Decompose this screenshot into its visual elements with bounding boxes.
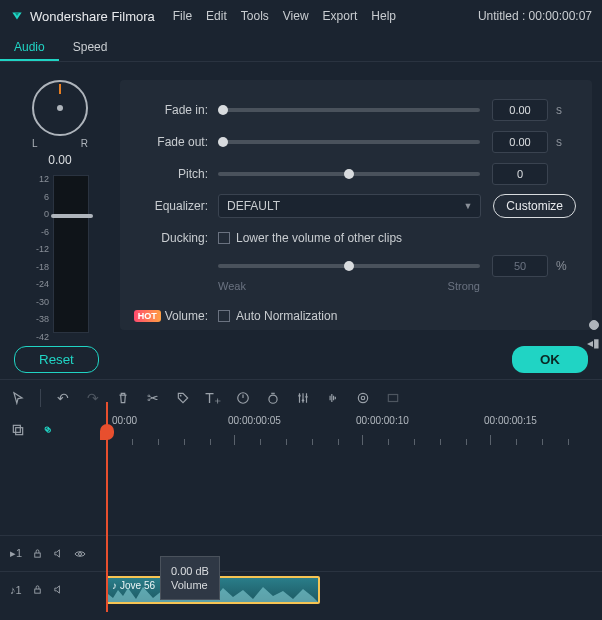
- equalizer-select[interactable]: DEFAULT ▼: [218, 194, 481, 218]
- speed-icon[interactable]: [235, 390, 251, 406]
- ok-button[interactable]: OK: [512, 346, 588, 373]
- ducking-weak-label: Weak: [218, 280, 246, 292]
- lock-icon[interactable]: [32, 584, 43, 595]
- volume-label: Volume:: [165, 309, 208, 323]
- meter-ticks: 1260-6-12-18-24-30-38-42: [31, 175, 49, 342]
- app-logo: [10, 9, 24, 23]
- pitch-label: Pitch:: [136, 167, 208, 181]
- svg-point-6: [358, 393, 367, 402]
- menu-tools[interactable]: Tools: [241, 9, 269, 23]
- fade-out-unit: s: [556, 135, 576, 149]
- chevron-down-icon: ▼: [463, 201, 472, 211]
- svg-rect-9: [13, 425, 20, 432]
- fade-out-slider[interactable]: [218, 140, 480, 144]
- tab-audio[interactable]: Audio: [0, 32, 59, 61]
- fade-in-label: Fade in:: [136, 103, 208, 117]
- app-name: Wondershare Filmora: [30, 9, 155, 24]
- svg-point-5: [305, 395, 307, 397]
- menu-view[interactable]: View: [283, 9, 309, 23]
- menu-edit[interactable]: Edit: [206, 9, 227, 23]
- equalizer-value: DEFAULT: [227, 199, 280, 213]
- svg-point-2: [269, 395, 277, 403]
- menu-file[interactable]: File: [173, 9, 192, 23]
- pitch-slider[interactable]: [218, 172, 480, 176]
- fade-out-label: Fade out:: [136, 135, 208, 149]
- reset-button[interactable]: Reset: [14, 346, 99, 373]
- fade-in-value[interactable]: 0.00: [492, 99, 548, 121]
- ducking-strong-label: Strong: [448, 280, 480, 292]
- effects-icon[interactable]: [355, 390, 371, 406]
- playhead[interactable]: [106, 402, 108, 612]
- adjust-icon[interactable]: [295, 390, 311, 406]
- text-icon[interactable]: T₊: [205, 390, 221, 406]
- tooltip-label: Volume: [171, 579, 209, 591]
- svg-rect-8: [388, 394, 397, 401]
- layers-icon[interactable]: [10, 422, 26, 438]
- timeline-ruler[interactable]: 00:00 00:00:00:05 00:00:00:10 00:00:00:1…: [106, 415, 602, 445]
- pan-right-label: R: [81, 138, 88, 149]
- visibility-icon[interactable]: [74, 548, 86, 560]
- hot-badge: HOT: [134, 310, 161, 322]
- tab-speed[interactable]: Speed: [59, 32, 122, 61]
- ducking-value[interactable]: 50: [492, 255, 548, 277]
- ducking-checkbox[interactable]: [218, 232, 230, 244]
- svg-point-7: [361, 396, 365, 400]
- ducking-label: Ducking:: [136, 231, 208, 245]
- tooltip-db: 0.00 dB: [171, 565, 209, 577]
- tag-icon[interactable]: [175, 390, 191, 406]
- svg-point-4: [302, 399, 304, 401]
- audio-track-icon[interactable]: ♪1: [10, 584, 22, 596]
- mute-icon[interactable]: [53, 548, 64, 559]
- cursor-icon[interactable]: [10, 390, 26, 406]
- main-menu: File Edit Tools View Export Help: [173, 9, 396, 23]
- duration-icon[interactable]: [265, 390, 281, 406]
- pan-left-label: L: [32, 138, 38, 149]
- auto-normalization-label: Auto Normalization: [236, 309, 337, 323]
- ducking-unit: %: [556, 259, 576, 273]
- svg-rect-13: [34, 589, 40, 593]
- ducking-checkbox-label: Lower the volume of other clips: [236, 231, 402, 245]
- mute-icon[interactable]: [53, 584, 64, 595]
- redo-icon[interactable]: ↷: [85, 390, 101, 406]
- ducking-slider[interactable]: [218, 264, 480, 268]
- svg-rect-10: [16, 428, 23, 435]
- undo-icon[interactable]: ↶: [55, 390, 71, 406]
- svg-point-3: [298, 394, 300, 396]
- pan-knob[interactable]: [32, 80, 88, 136]
- delete-icon[interactable]: [115, 390, 131, 406]
- auto-normalization-checkbox[interactable]: [218, 310, 230, 322]
- svg-rect-11: [35, 553, 41, 557]
- lock-icon[interactable]: [32, 548, 43, 559]
- fade-out-value[interactable]: 0.00: [492, 131, 548, 153]
- svg-point-0: [180, 394, 182, 396]
- equalizer-label: Equalizer:: [136, 199, 208, 213]
- volume-tooltip: 0.00 dB Volume: [160, 556, 220, 600]
- pitch-value[interactable]: 0: [492, 163, 548, 185]
- project-title: Untitled : 00:00:00:07: [478, 9, 592, 23]
- link-icon[interactable]: ⚭: [37, 419, 60, 442]
- svg-point-12: [79, 552, 82, 555]
- record-icon[interactable]: [589, 320, 599, 330]
- volume-meter[interactable]: [53, 175, 89, 333]
- customize-button[interactable]: Customize: [493, 194, 576, 218]
- pan-value: 0.00: [48, 153, 71, 167]
- menu-export[interactable]: Export: [323, 9, 358, 23]
- video-track-icon[interactable]: ▸1: [10, 547, 22, 560]
- waveform-icon[interactable]: [325, 390, 341, 406]
- menu-help[interactable]: Help: [371, 9, 396, 23]
- cut-icon[interactable]: ✂: [145, 390, 161, 406]
- sound-icon[interactable]: ◂▮: [587, 336, 600, 350]
- fade-in-slider[interactable]: [218, 108, 480, 112]
- export-icon[interactable]: [385, 390, 401, 406]
- fade-in-unit: s: [556, 103, 576, 117]
